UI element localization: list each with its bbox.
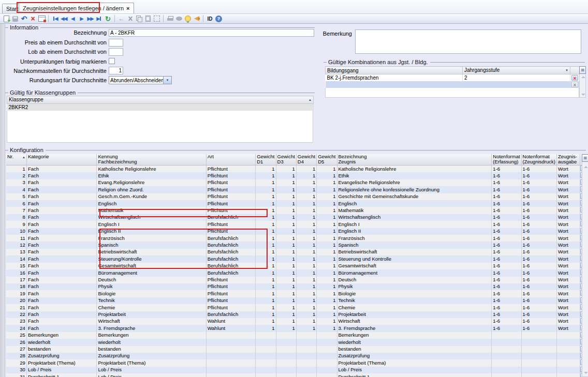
cell bbox=[492, 346, 521, 353]
konfiguration-row[interactable]: 14FachSteuerung/KontrolleBerufsfachlich1… bbox=[6, 255, 588, 262]
konfiguration-row[interactable]: 10FachEnglisch IIPflichtunt1111Englisch … bbox=[6, 228, 588, 235]
cell: 1 bbox=[276, 235, 296, 242]
delete-row-button[interactable]: × bbox=[570, 74, 580, 82]
konfiguration-row[interactable]: 15FachGesamtwirtschaftBerufsfachlich1111… bbox=[6, 263, 588, 269]
cell: 1 bbox=[276, 325, 296, 331]
tab-close-icon[interactable]: × bbox=[126, 6, 129, 11]
konfiguration-row[interactable]: 26wiederholtwiederholtwiederholt× bbox=[6, 339, 588, 345]
konfiguration-row[interactable]: 20FachTechnikPflichtunt1111Technik1-61-6… bbox=[6, 297, 588, 304]
bezeichnung-input[interactable] bbox=[109, 29, 314, 37]
add-record-icon[interactable]: + bbox=[2, 14, 11, 23]
kombination-row[interactable]: BK 2-j.Fremdsprachen 2 × bbox=[326, 74, 580, 82]
rundungsart-select[interactable]: Abrunden/Abschneiden ▼ bbox=[109, 76, 172, 84]
konfiguration-row[interactable]: 19FachBiologiePflichtunt1111Biologie1-61… bbox=[6, 290, 588, 297]
konfiguration-row[interactable]: 7FachMathematikPflichtunt1111Mathematik1… bbox=[6, 207, 588, 214]
konfiguration-row[interactable]: 22FachProjektarbeitBerufsfachlich1111Pro… bbox=[6, 311, 588, 318]
cell: 1 bbox=[317, 235, 337, 242]
nav-prev-icon[interactable]: ◀ bbox=[68, 14, 77, 23]
refresh-icon[interactable]: ↻ bbox=[104, 14, 112, 23]
edit-form-icon[interactable] bbox=[37, 14, 46, 23]
paste-icon[interactable] bbox=[143, 14, 152, 23]
nav-next-icon[interactable]: ▶ bbox=[77, 14, 86, 23]
print-icon[interactable] bbox=[166, 14, 174, 23]
konfiguration-row[interactable]: 29Projektarbeit (Thema)Projektarbeit (Th… bbox=[6, 359, 588, 366]
klassengruppe-row[interactable]: 2BKFR2 bbox=[7, 104, 314, 111]
help-icon[interactable]: ? bbox=[214, 14, 223, 23]
nachkomma-input[interactable] bbox=[109, 67, 123, 74]
tab-zeugniseinstellungen[interactable]: Zeugniseinstellungen festlegen / ändern … bbox=[19, 3, 134, 13]
column-header[interactable]: GewichtD5 bbox=[317, 154, 337, 165]
konfiguration-row[interactable]: 25BemerkungenBemerkungenBemerkungen× bbox=[6, 332, 588, 339]
konfiguration-row[interactable]: 28ZusatzprüfungZusatzprüfungZusatzprüfun… bbox=[6, 353, 588, 359]
column-header[interactable]: GewichtD4 bbox=[296, 154, 316, 165]
konfiguration-row[interactable]: 4FachReligion ohne Zuord.Pflichtunt1111R… bbox=[6, 186, 588, 193]
konfiguration-row[interactable]: 27bestandenbestandenbestanden× bbox=[6, 346, 588, 353]
cell: Projektarbeit (Thema) bbox=[337, 359, 492, 366]
marquee-select-icon[interactable] bbox=[152, 14, 161, 23]
column-header[interactable]: BezeichnungZeugnis bbox=[337, 154, 492, 165]
cell: 1 bbox=[256, 283, 276, 290]
copy-icon[interactable] bbox=[135, 14, 143, 23]
nav-first-icon[interactable]: ◀ bbox=[51, 14, 60, 23]
konfiguration-row[interactable]: 24Fach3. FremdspracheWahlunt11113. Fremd… bbox=[6, 325, 588, 331]
konfiguration-row[interactable]: 11FachFranzösischBerufsfachlich1111Franz… bbox=[6, 235, 588, 242]
column-header[interactable]: Kategorie bbox=[26, 154, 97, 165]
column-header[interactable]: GewichtD1 bbox=[256, 154, 276, 165]
delete-record-icon[interactable]: × bbox=[28, 14, 37, 23]
cell: 3 bbox=[6, 179, 26, 186]
chevron-down-icon[interactable]: ▼ bbox=[163, 77, 171, 84]
cell: wiederholt bbox=[97, 339, 206, 345]
konfiguration-row[interactable]: 18FachPhysikPflichtunt1111Physik1-61-6Wo… bbox=[6, 283, 588, 290]
konfiguration-row[interactable]: 31Durchschnitt 1Lob / PreisDurchschnitt … bbox=[6, 373, 588, 377]
save-icon[interactable] bbox=[11, 14, 20, 23]
nav-next-page-icon[interactable]: ▶▶ bbox=[86, 14, 95, 23]
filter-dropdown-icon[interactable]: ▼ bbox=[565, 67, 568, 74]
column-chooser-icon[interactable]: ⊞ bbox=[582, 154, 588, 162]
nav-prev-page-icon[interactable]: ◀◀ bbox=[60, 14, 68, 23]
konfiguration-scrollbar[interactable] bbox=[582, 154, 588, 377]
column-header[interactable]: KennungFachbezeichnung bbox=[97, 154, 206, 165]
column-header-bildungsgang[interactable]: Bildungsgang bbox=[326, 67, 463, 74]
nav-last-icon[interactable]: ▶ bbox=[95, 14, 104, 23]
column-header-jahrgangsstufe[interactable]: Jahrgangsstufe▼ bbox=[463, 67, 570, 74]
cell: Berufsfachlich bbox=[206, 242, 255, 248]
konfiguration-row[interactable]: 16FachBüromanagementBerufsfachlich1111Bü… bbox=[6, 269, 588, 276]
column-header[interactable]: GewichtD3 bbox=[276, 154, 296, 165]
konfiguration-row[interactable]: 2FachEthikPflichtunt1111Ethik1-61-6Wort× bbox=[6, 172, 588, 179]
announce-horn-icon[interactable] bbox=[192, 14, 201, 23]
kombination-new-row[interactable]: × bbox=[326, 81, 580, 88]
konfiguration-row[interactable]: 17FachDeutschPflichtunt1111Deutsch1-61-6… bbox=[6, 277, 588, 283]
konfiguration-row[interactable]: 3FachEvang.ReligionslehrePflichtunt1111E… bbox=[6, 179, 588, 186]
back-arrow-icon[interactable]: ← bbox=[117, 14, 126, 23]
konfiguration-row[interactable]: 5FachGesch.m.Gem.-KundePflichtunt1111Ges… bbox=[6, 193, 588, 200]
column-chooser-icon[interactable]: ⊞ bbox=[579, 66, 586, 74]
konfiguration-row[interactable]: 6FachEnglischPflichtunt1111Englisch1-61-… bbox=[6, 200, 588, 207]
left-splitter[interactable] bbox=[0, 24, 5, 377]
hint-bulb-icon[interactable] bbox=[183, 14, 192, 23]
lob-input[interactable] bbox=[109, 48, 123, 56]
konfiguration-row[interactable]: 1FachKatholische ReligionslehrePflichtun… bbox=[6, 165, 588, 173]
column-header[interactable]: Nr.▲ bbox=[6, 154, 26, 165]
preview-icon[interactable] bbox=[174, 14, 183, 23]
preis-input[interactable] bbox=[109, 39, 123, 47]
column-header[interactable]: Art bbox=[206, 154, 255, 165]
konfiguration-row[interactable]: 21FachChemiePflichtunt1111Chemie1-61-6Wo… bbox=[6, 304, 588, 311]
konfiguration-row[interactable]: 12FachSpanischBerufsfachlich1111Spanisch… bbox=[6, 242, 588, 248]
cut-icon[interactable] bbox=[126, 14, 135, 23]
cell: Lob / Preis bbox=[97, 367, 206, 373]
konfiguration-row[interactable]: 9FachEnglisch IPflichtunt1111Englisch I1… bbox=[6, 221, 588, 228]
cell: Bemerkungen bbox=[337, 332, 492, 339]
konfiguration-row[interactable]: 8FachWirtschaftsenglischBerufsfachlich11… bbox=[6, 214, 588, 221]
bemerkung-textarea[interactable] bbox=[355, 29, 581, 54]
unterpunktungen-checkbox[interactable] bbox=[109, 58, 115, 64]
konfiguration-row[interactable]: 23FachWirtschaftWahlunt1111Wirtschaft1-6… bbox=[6, 318, 588, 325]
column-header[interactable]: Notenformat(Erfassung) bbox=[492, 154, 521, 165]
undo-icon[interactable]: ↶ bbox=[20, 14, 28, 23]
column-header-klassengruppe[interactable]: Klassengruppe▲ bbox=[7, 96, 314, 104]
cell: 1 bbox=[317, 325, 337, 331]
konfiguration-row[interactable]: 30Lob / PreisLob / PreisLob / Preis× bbox=[6, 367, 588, 373]
column-header[interactable]: Zeugnis-ausgabe bbox=[556, 154, 580, 165]
column-header[interactable]: Notenformat(Zeugnisdruck) bbox=[521, 154, 556, 165]
konfiguration-row[interactable]: 13FachBetriebswirtschaftBerufsfachlich11… bbox=[6, 249, 588, 255]
id-button[interactable]: ID bbox=[205, 14, 214, 23]
